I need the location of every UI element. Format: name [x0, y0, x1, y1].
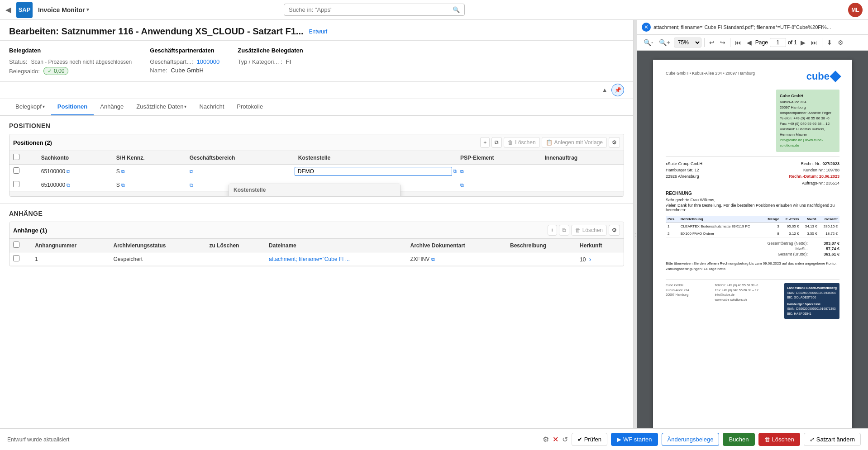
- tab-zusaetzliche-daten[interactable]: Zusätzliche Daten ▾: [130, 99, 193, 115]
- pdf-settings-button[interactable]: ⚙: [836, 38, 845, 47]
- anhang-col-status: Archivierungsstatus: [110, 239, 206, 252]
- reload-button[interactable]: ↺: [562, 435, 568, 444]
- kostenstelle-dropdown: Kostenstelle DEMO Kostenrechnungskreis: …: [229, 184, 401, 197]
- copy-sh-2[interactable]: ⧉: [121, 182, 125, 188]
- positions-table-wrapper: Sachkonto S/H Kennz. Geschäftsbereich Ko…: [10, 151, 624, 192]
- zoom-out-button[interactable]: 🔍-: [642, 38, 655, 47]
- main-container: Bearbeiten: Satznummer 116 - Anwendung X…: [0, 20, 868, 450]
- back-button[interactable]: ◀: [5, 5, 11, 14]
- zoom-select[interactable]: 75% 50% 100% 125% 150%: [674, 38, 701, 47]
- pin-button[interactable]: 📌: [611, 84, 624, 96]
- invoice-meta: Rechn.-Nr.: 027/2023 Kunden Nr.: 109788 …: [789, 161, 839, 187]
- col-geschaeftsbereich: Geschäftsbereich: [186, 151, 295, 165]
- col-kostenstelle: Kostenstelle: [295, 151, 457, 165]
- pdf-payment: Bitte überweisen Sie den offenen Rechnun…: [666, 261, 839, 272]
- collapse-button[interactable]: ▲: [601, 84, 608, 96]
- prev-page-button[interactable]: ◀: [745, 38, 754, 47]
- delete-anhang-button[interactable]: 🗑 Löschen: [571, 225, 607, 236]
- tab-protokolle[interactable]: Protokolle: [230, 99, 269, 115]
- partner-row: Geschäftspart...: 1000000: [150, 58, 219, 65]
- dropdown-item-demo[interactable]: DEMO: [229, 196, 400, 197]
- pdf-intro: vielen Dank für Ihre Bestellung. Für die…: [666, 203, 839, 212]
- wf-icon: ▶: [617, 436, 621, 443]
- page-number-input[interactable]: [770, 38, 786, 47]
- splitter[interactable]: ⋮: [634, 20, 637, 450]
- redo-button[interactable]: ↪: [718, 38, 727, 47]
- app-title-dropdown-icon[interactable]: ▾: [86, 7, 89, 13]
- select-all-checkbox[interactable]: [13, 154, 19, 160]
- zoom-in-button[interactable]: 🔍+: [657, 38, 672, 47]
- copy-kostenstelle-1[interactable]: ⧉: [453, 168, 457, 174]
- col-psp: PSP-Element: [457, 151, 541, 165]
- info-section: Belegdaten Status: Scan - Prozess noch n…: [0, 41, 633, 82]
- table-row: 2 BX100 PAVO Ordner 8 3,12 € 3,55 € 18,7…: [666, 230, 839, 237]
- copy-psp-2[interactable]: ⧉: [460, 182, 464, 188]
- sap-logo: SAP: [16, 2, 33, 18]
- zusaetzliche-dropdown-icon: ▾: [184, 104, 186, 109]
- buchen-button[interactable]: Buchen: [723, 433, 754, 446]
- row1-checkbox[interactable]: [13, 167, 19, 174]
- tabs: Belegkopf ▾ Positionen Anhänge Zusätzlic…: [0, 99, 633, 116]
- positionen-subtitle: Positionen (2): [13, 139, 52, 146]
- create-with-template-button[interactable]: 📋 Anlegen mit Vorlage: [542, 137, 607, 148]
- pruefen-icon: ✔: [577, 436, 582, 443]
- pdf-nav-toolbar: 🔍- 🔍+ 75% 50% 100% 125% 150% ↩ ↪ ⏮ ◀ Pag…: [637, 35, 868, 51]
- tab-anhaenge[interactable]: Anhänge: [94, 99, 130, 115]
- pruefen-button[interactable]: ✔ Prüfen: [572, 433, 607, 446]
- row2-checkbox[interactable]: [13, 181, 19, 187]
- diamond-icon: [830, 71, 841, 82]
- copy-sachkonto-2[interactable]: ⧉: [67, 182, 70, 188]
- copy-gb-1[interactable]: ⧉: [190, 169, 193, 174]
- tab-positionen[interactable]: Positionen: [51, 99, 94, 115]
- aenderungsbelege-button[interactable]: Änderungsbelege: [662, 433, 720, 446]
- anhaenge-settings-button[interactable]: ⚙: [609, 225, 620, 236]
- status-row: Status: Scan - Prozess noch nicht abgesc…: [9, 58, 132, 65]
- anhang-expand-button[interactable]: ›: [587, 256, 593, 263]
- tab-nachricht[interactable]: Nachricht: [193, 99, 230, 115]
- next-page-button[interactable]: ▶: [799, 38, 807, 47]
- refresh-icon-button[interactable]: ⚙: [543, 435, 549, 444]
- anhang-row1-checkbox[interactable]: [13, 255, 19, 261]
- undo-button[interactable]: ↩: [707, 38, 716, 47]
- copy-position-button[interactable]: ⧉: [491, 137, 502, 148]
- search-input[interactable]: [289, 6, 450, 13]
- positionen-settings-button[interactable]: ⚙: [609, 137, 620, 148]
- copy-anhang-button[interactable]: ⧉: [559, 225, 569, 236]
- wf-starten-button[interactable]: ▶ WF starten: [611, 433, 658, 446]
- tab-belegkopf[interactable]: Belegkopf ▾: [9, 99, 51, 115]
- first-page-button[interactable]: ⏮: [733, 38, 743, 47]
- positionen-table-container: Positionen (2) + ⧉ 🗑 Löschen 📋 Anlegen m…: [9, 134, 624, 197]
- copy-gb-2[interactable]: ⧉: [190, 182, 193, 188]
- user-avatar: ML: [848, 3, 863, 17]
- pdf-toolbar: ✕ attachment; filename="Cube FI Standard…: [637, 20, 868, 35]
- discard-button[interactable]: ✕: [553, 435, 558, 444]
- col-sachkonto: Sachkonto: [38, 151, 113, 165]
- anhang-select-all[interactable]: [13, 242, 19, 248]
- satzart-aendern-button[interactable]: ⤢ Satzart ändern: [804, 433, 861, 446]
- anhaenge-subtitle: Anhänge (1): [13, 227, 47, 234]
- add-position-button[interactable]: +: [480, 137, 490, 148]
- pdf-close-button[interactable]: ✕: [642, 23, 651, 32]
- page-header: Bearbeiten: Satznummer 116 - Anwendung X…: [0, 20, 633, 41]
- loeschen-button[interactable]: 🗑 Löschen: [758, 433, 800, 446]
- kostenstelle-input-1[interactable]: [295, 167, 452, 176]
- trash-icon-bottom: 🗑: [764, 436, 770, 443]
- download-button[interactable]: ⬇: [825, 38, 834, 47]
- last-page-button[interactable]: ⏭: [809, 38, 819, 47]
- anhang-col-loeschen: zu Löschen: [205, 239, 265, 252]
- name-row: Name: Cube GmbH: [150, 67, 219, 74]
- anhang-col-herkunft: Herkunft: [576, 239, 624, 252]
- copy-psp-1[interactable]: ⧉: [460, 169, 464, 174]
- delete-position-button[interactable]: 🗑 Löschen: [504, 137, 539, 148]
- anhaenge-section: ANHÄNGE Anhänge (1) + ⧉ 🗑 Löschen ⚙: [0, 203, 633, 273]
- add-anhang-button[interactable]: +: [548, 225, 557, 236]
- app-title: Invoice Monitor ▾: [38, 6, 89, 14]
- dropdown-header: Kostenstelle: [229, 184, 400, 196]
- copy-sh-1[interactable]: ⧉: [121, 169, 125, 174]
- pdf-invoice-table: Pos. Bezeichnung Menge E.-Preis MwSt. Ge…: [666, 216, 839, 237]
- total-pages: of 1: [788, 39, 797, 46]
- pdf-viewer-panel: ✕ attachment; filename="Cube FI Standard…: [637, 20, 868, 450]
- copy-dokumentart[interactable]: ⧉: [431, 256, 435, 262]
- copy-sachkonto-1[interactable]: ⧉: [67, 169, 70, 174]
- saldo-row: Belegsaldo: ✓ 0,00: [9, 67, 132, 75]
